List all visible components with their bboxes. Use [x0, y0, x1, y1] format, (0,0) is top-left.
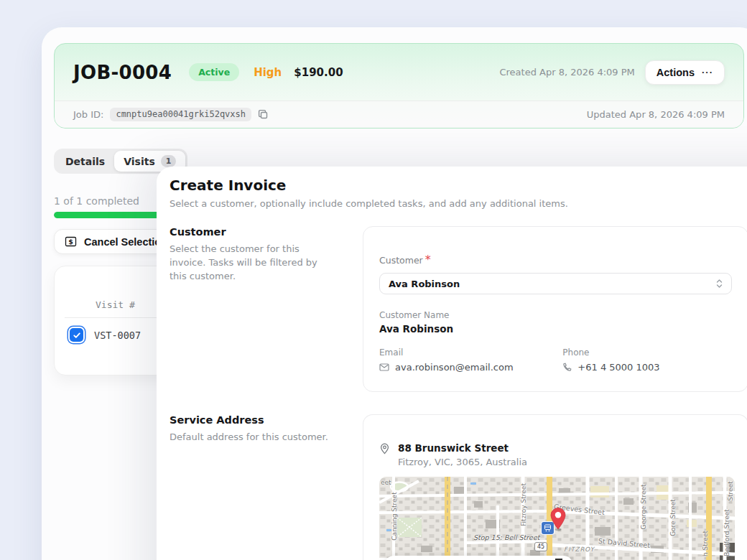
street-label-partial-right: Street [727, 481, 734, 500]
route-number-badge: 45 [534, 542, 547, 551]
visits-progress-text: 1 of 1 completed [54, 195, 139, 207]
address-section-description: Default address for this customer. [170, 431, 336, 444]
street-label-bedford: Bedford Street [723, 509, 730, 556]
address-section-heading: Service Address [170, 414, 343, 426]
tab-details[interactable]: Details [56, 151, 114, 172]
actions-button[interactable]: Actions ··· [645, 60, 725, 85]
street-label-partial-bottom-right: h Street [702, 531, 709, 556]
customer-section-description: Select the customer for this invoice. Ta… [170, 243, 336, 284]
create-invoice-modal: Create Invoice Select a customer, option… [157, 167, 747, 560]
map-marker-icon [549, 507, 567, 534]
status-badge: Active [189, 63, 239, 81]
street-label-partial: eet [381, 479, 391, 486]
customer-form-card: Customer* Ava Robinson Customer Name Ava… [363, 226, 747, 392]
customer-name-label: Customer Name [379, 310, 732, 320]
modal-title: Create Invoice [170, 177, 747, 194]
tab-visits-label: Visits [124, 156, 155, 167]
customer-section-heading: Customer [170, 226, 343, 238]
visits-count-badge: 1 [161, 155, 177, 167]
email-value: ava.robinson@email.com [395, 362, 514, 373]
street-label-gore: Gore Street [669, 499, 677, 536]
service-address-map[interactable]: eet Canning Street Fitzroy Street Greeve… [379, 477, 735, 560]
select-chevrons-icon [716, 279, 723, 289]
map-bottom-overlay-card [384, 556, 573, 560]
updated-timestamp: Updated Apr 8, 2026 4:09 PM [587, 109, 725, 120]
required-asterisk: * [425, 253, 431, 266]
created-timestamp: Created Apr 8, 2026 4:09 PM [499, 67, 634, 78]
street-label-george: George Street [640, 484, 647, 529]
service-address-card: 88 Brunswick Street Fitzroy, VIC, 3065, … [363, 414, 747, 560]
job-id-value: cmnptu9ea00041grki52qvxsh [110, 108, 251, 121]
copy-icon[interactable] [258, 109, 269, 120]
app-window: JOB-0004 Active High $190.00 Created Apr… [42, 27, 747, 560]
tab-details-label: Details [65, 156, 105, 167]
suburb-label: FITZROY [564, 546, 595, 553]
job-header-card: JOB-0004 Active High $190.00 Created Apr… [54, 43, 744, 129]
tram-stop-label: Stop 15: Bell Street [473, 533, 539, 541]
svg-text:$: $ [68, 238, 73, 246]
job-title: JOB-0004 [73, 62, 172, 83]
email-label: Email [379, 347, 562, 358]
customer-select-label: Customer [379, 255, 423, 266]
street-label-fitzroy-street: Fitzroy Street [520, 483, 527, 526]
address-line2: Fitzroy, VIC, 3065, Australia [398, 457, 527, 467]
street-label-canning: Canning Street [391, 492, 398, 540]
customer-name-value: Ava Robinson [379, 323, 732, 335]
customer-select-value: Ava Robinson [389, 279, 460, 289]
ellipsis-icon: ··· [702, 67, 713, 78]
invoice-dollar-icon: $ [65, 236, 77, 247]
job-amount: $190.00 [294, 66, 343, 79]
customer-select[interactable]: Ava Robinson [379, 273, 732, 294]
actions-button-label: Actions [656, 67, 695, 78]
cancel-selection-label: Cancel Selection [84, 236, 167, 248]
phone-label: Phone [562, 347, 659, 358]
mail-icon [379, 363, 389, 371]
priority-label: High [254, 66, 282, 79]
modal-subtitle: Select a customer, optionally include co… [170, 198, 747, 209]
address-line1: 88 Brunswick Street [398, 442, 527, 454]
checkbox-check-icon [73, 331, 81, 340]
visit-number: VST-0007 [94, 330, 141, 341]
visit-checkbox[interactable] [70, 328, 83, 342]
phone-value: +61 4 5000 1003 [577, 362, 659, 373]
map-pin-outline-icon [379, 443, 390, 467]
job-id-label: Job ID: [73, 109, 103, 120]
phone-icon [562, 363, 572, 372]
